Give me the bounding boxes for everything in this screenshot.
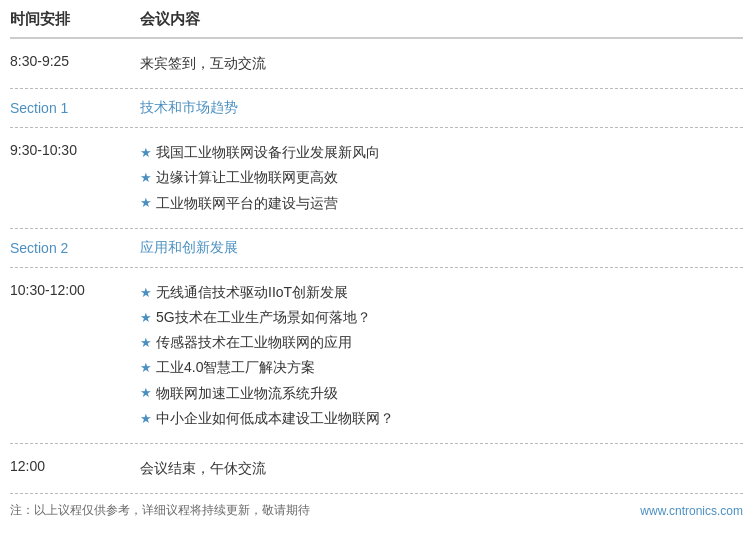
header-time: 时间安排 (10, 10, 140, 29)
star-icon: ★ (140, 356, 152, 379)
content-section2: ★ 无线通信技术驱动IIoT创新发展 ★ 5G技术在工业生产场景如何落地？ ★ … (140, 280, 743, 431)
row-section1-topics: 9:30-10:30 ★ 我国工业物联网设备行业发展新风向 ★ 边缘计算让工业物… (10, 128, 743, 229)
time-section1: 9:30-10:30 (10, 140, 140, 158)
list-item: ★ 5G技术在工业生产场景如何落地？ (140, 305, 743, 330)
time-section2: 10:30-12:00 (10, 280, 140, 298)
time-closing: 12:00 (10, 456, 140, 474)
topic-text: 5G技术在工业生产场景如何落地？ (156, 305, 371, 330)
list-item: ★ 我国工业物联网设备行业发展新风向 (140, 140, 743, 165)
list-item: ★ 边缘计算让工业物联网更高效 (140, 165, 743, 190)
topic-text: 我国工业物联网设备行业发展新风向 (156, 140, 380, 165)
row-registration: 8:30-9:25 来宾签到，互动交流 (10, 39, 743, 89)
star-icon: ★ (140, 281, 152, 304)
list-item: ★ 无线通信技术驱动IIoT创新发展 (140, 280, 743, 305)
topic-text: 工业4.0智慧工厂解决方案 (156, 355, 315, 380)
star-icon: ★ (140, 331, 152, 354)
topic-text: 物联网加速工业物流系统升级 (156, 381, 338, 406)
list-item: ★ 工业物联网平台的建设与运营 (140, 191, 743, 216)
star-icon: ★ (140, 407, 152, 430)
note-text: 注：以上议程仅供参考，详细议程将持续更新，敬请期待 (10, 502, 310, 519)
star-icon: ★ (140, 306, 152, 329)
topic-text: 工业物联网平台的建设与运营 (156, 191, 338, 216)
table-header: 时间安排 会议内容 (10, 0, 743, 39)
section-2-row: Section 2 应用和创新发展 (10, 229, 743, 268)
list-item: ★ 工业4.0智慧工厂解决方案 (140, 355, 743, 380)
section-2-label: Section 2 (10, 240, 140, 256)
row-section2-topics: 10:30-12:00 ★ 无线通信技术驱动IIoT创新发展 ★ 5G技术在工业… (10, 268, 743, 444)
star-icon: ★ (140, 141, 152, 164)
header-content: 会议内容 (140, 10, 743, 29)
section-1-title: 技术和市场趋势 (140, 99, 743, 117)
star-icon: ★ (140, 166, 152, 189)
list-item: ★ 中小企业如何低成本建设工业物联网？ (140, 406, 743, 431)
time-registration: 8:30-9:25 (10, 51, 140, 69)
note-row: 注：以上议程仅供参考，详细议程将持续更新，敬请期待 www.cntronics.… (10, 494, 743, 527)
topic-text: 传感器技术在工业物联网的应用 (156, 330, 352, 355)
star-icon: ★ (140, 381, 152, 404)
row-closing: 12:00 会议结束，午休交流 (10, 444, 743, 494)
topic-text: 边缘计算让工业物联网更高效 (156, 165, 338, 190)
schedule-table: 时间安排 会议内容 8:30-9:25 来宾签到，互动交流 Section 1 … (0, 0, 753, 527)
content-section1: ★ 我国工业物联网设备行业发展新风向 ★ 边缘计算让工业物联网更高效 ★ 工业物… (140, 140, 743, 216)
star-icon: ★ (140, 191, 152, 214)
section-2-title: 应用和创新发展 (140, 239, 743, 257)
list-item: ★ 传感器技术在工业物联网的应用 (140, 330, 743, 355)
list-item: ★ 物联网加速工业物流系统升级 (140, 381, 743, 406)
content-closing: 会议结束，午休交流 (140, 456, 743, 481)
section-1-label: Section 1 (10, 100, 140, 116)
note-link[interactable]: www.cntronics.com (640, 504, 743, 518)
topic-text: 无线通信技术驱动IIoT创新发展 (156, 280, 348, 305)
section-1-row: Section 1 技术和市场趋势 (10, 89, 743, 128)
content-registration: 来宾签到，互动交流 (140, 51, 743, 76)
topic-text: 中小企业如何低成本建设工业物联网？ (156, 406, 394, 431)
